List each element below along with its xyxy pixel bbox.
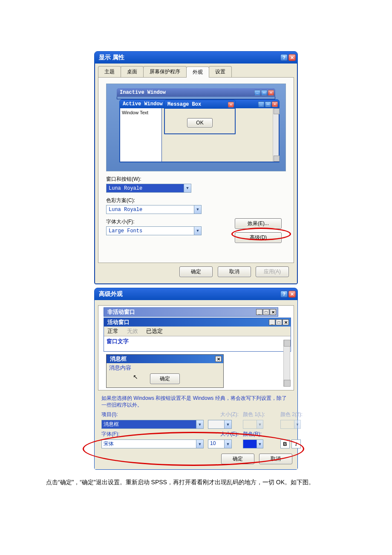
- cancel-button[interactable]: 取消: [218, 266, 251, 277]
- bold-button[interactable]: B: [280, 439, 290, 448]
- cancel-button[interactable]: 取消: [259, 454, 292, 464]
- preview-active-title: Active Window: [123, 101, 163, 107]
- preview-menubar: 正常 无效 已选定: [104, 327, 291, 336]
- preview-inactive-window: 非活动窗口 _ □ ✕: [104, 307, 278, 317]
- font-combo[interactable]: 宋体 ▼: [101, 439, 204, 448]
- item-combo[interactable]: 消息框 ▼: [101, 420, 204, 429]
- close-icon: ✕: [272, 101, 278, 107]
- preview-msgbox-title: 消息框: [110, 355, 127, 363]
- preview-active-window: 活动窗口 _ □ ✕ 正常 无效 已选定 窗口文字: [104, 318, 291, 352]
- close-icon: ✕: [228, 102, 234, 107]
- preview-window-text: 窗口文字: [104, 336, 291, 347]
- window-title: 高级外观: [99, 290, 123, 298]
- preview-message-box: 消息框 ✕ 消息内容 确定 ↖: [106, 354, 224, 388]
- close-icon[interactable]: ✕: [288, 291, 296, 298]
- color-scheme-label: 色彩方案(C):: [106, 197, 286, 204]
- advanced-appearance-window: 高级外观 ? ✕ 非活动窗口 _ □ ✕ 活动窗口: [94, 288, 298, 470]
- chevron-down-icon: ▼: [224, 420, 231, 428]
- chevron-down-icon[interactable]: ▼: [184, 184, 191, 192]
- tab-desktop[interactable]: 桌面: [121, 66, 144, 77]
- preview-msgbox-title: Message Box: [167, 101, 201, 107]
- chevron-down-icon[interactable]: ▼: [194, 205, 201, 214]
- maximize-icon: □: [276, 319, 282, 325]
- close-icon[interactable]: ✕: [288, 54, 296, 61]
- size1-spinner: ▼: [208, 420, 232, 429]
- close-icon: ✕: [282, 319, 289, 325]
- effects-button[interactable]: 效果(E)...: [235, 218, 282, 229]
- chevron-down-icon: ▼: [294, 420, 300, 428]
- scrollbar-icon: [273, 108, 279, 162]
- tab-settings[interactable]: 设置: [209, 66, 232, 77]
- preview-ok-button: 确定: [150, 373, 180, 384]
- appearance-tabpage: Inactive Window _ ▭ ✕ Active Window: [98, 78, 294, 263]
- preview-ok-button: OK: [187, 118, 213, 127]
- cursor-icon: ↖: [133, 373, 138, 380]
- close-icon: ✕: [268, 90, 274, 95]
- ok-button[interactable]: 确定: [179, 266, 213, 277]
- tab-appearance[interactable]: 外观: [186, 66, 209, 78]
- color1-swatch: [243, 420, 257, 428]
- dialog-button-row: 确定 取消 应用(A): [98, 263, 294, 280]
- font-value: 宋体: [102, 440, 196, 448]
- appearance-preview: Inactive Window _ ▭ ✕ Active Window: [106, 84, 286, 171]
- font-size-combo[interactable]: Large Fonts ▼: [106, 226, 202, 235]
- size1-label: 大小(Z):: [208, 411, 239, 418]
- preview-active-title: 活动窗口: [107, 318, 130, 326]
- color2-picker: ▼: [280, 420, 301, 429]
- color-scheme-value: Luna Royale: [107, 207, 194, 213]
- chevron-down-icon: ▼: [257, 420, 263, 428]
- tab-screensaver[interactable]: 屏幕保护程序: [143, 66, 187, 77]
- tab-theme[interactable]: 主题: [98, 66, 121, 77]
- font-size-value: Large Fonts: [107, 228, 194, 234]
- chevron-down-icon[interactable]: ▼: [257, 440, 263, 448]
- close-icon: ✕: [270, 309, 276, 315]
- tabstrip: 主题 桌面 屏幕保护程序 外观 设置: [98, 66, 294, 78]
- preview-msgbox-text: 消息内容: [109, 364, 221, 372]
- window-title: 显示 属性: [99, 54, 124, 61]
- item-label: 项目(I):: [101, 411, 204, 418]
- maximize-icon: ▭: [261, 90, 267, 95]
- hint-text: 如果您选择的 Windows 和按钮设置不是 Windows 经典，将会改写下列…: [97, 395, 295, 408]
- maximize-icon: ▭: [265, 101, 271, 107]
- menu-selected: 已选定: [146, 328, 163, 334]
- preview-window-text: Window Text: [120, 108, 162, 162]
- windows-buttons-value: Luna Royale: [107, 185, 184, 191]
- close-icon: ✕: [215, 356, 222, 362]
- chevron-down-icon[interactable]: ▼: [196, 440, 203, 448]
- scrollbar-icon: [283, 340, 290, 387]
- color1-label: 颜色 1(L):: [243, 411, 276, 418]
- color-r-swatch: [243, 440, 257, 448]
- chevron-down-icon[interactable]: ▼: [196, 420, 203, 428]
- display-properties-titlebar[interactable]: 显示 属性 ? ✕: [95, 52, 297, 64]
- menu-normal: 正常: [107, 328, 118, 334]
- color2-swatch: [281, 420, 294, 428]
- footer-paragraph: 点击“确定”，“确定”退出设置。重新启动 SPSS，再打开看看刚才出现乱码的地方…: [34, 477, 358, 488]
- color1-picker: ▼: [243, 420, 263, 429]
- minimize-icon: _: [254, 90, 260, 95]
- advanced-preview: 非活动窗口 _ □ ✕ 活动窗口 _ □ ✕: [98, 305, 294, 390]
- size2-value: 10: [208, 440, 224, 448]
- ok-button[interactable]: 确定: [221, 454, 254, 464]
- maximize-icon: □: [263, 309, 269, 315]
- minimize-icon: _: [269, 319, 275, 325]
- color-scheme-combo[interactable]: Luna Royale ▼: [106, 205, 202, 214]
- windows-buttons-label: 窗口和按钮(W):: [106, 176, 286, 183]
- preview-inactive-title: 非活动窗口: [107, 308, 135, 316]
- apply-button: 应用(A): [256, 266, 289, 277]
- italic-button[interactable]: I: [291, 439, 301, 448]
- color-r-picker[interactable]: ▼: [243, 439, 263, 448]
- size2-spinner[interactable]: 10 ▼: [208, 439, 232, 448]
- display-properties-window: 显示 属性 ? ✕ 主题 桌面 屏幕保护程序 外观 设置 Inactive Wi…: [94, 51, 298, 284]
- windows-buttons-combo[interactable]: Luna Royale ▼: [106, 184, 191, 193]
- help-icon[interactable]: ?: [280, 54, 288, 61]
- chevron-down-icon[interactable]: ▼: [194, 227, 201, 235]
- preview-inactive-title: Inactive Window: [120, 90, 166, 95]
- item-value: 消息框: [102, 420, 196, 428]
- preview-message-box: Message Box ✕ OK: [164, 100, 236, 134]
- advanced-appearance-titlebar[interactable]: 高级外观 ? ✕: [95, 288, 297, 300]
- preview-inactive-window: Inactive Window _ ▭ ✕: [117, 88, 275, 99]
- help-icon[interactable]: ?: [280, 291, 288, 298]
- chevron-down-icon[interactable]: ▼: [224, 440, 231, 448]
- size2-label: 大小(E):: [208, 431, 239, 438]
- advanced-button[interactable]: 高级(D): [235, 232, 282, 243]
